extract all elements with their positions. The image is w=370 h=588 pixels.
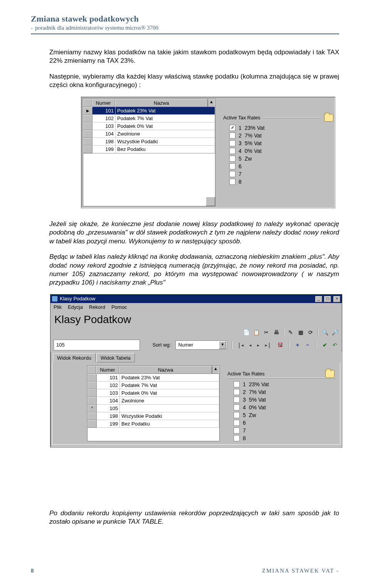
close-icon[interactable]: × (333, 296, 340, 302)
table-row[interactable]: 102Podatek 7% Vat (87, 382, 219, 389)
checkbox[interactable] (234, 404, 240, 410)
table-row[interactable]: 199Bez Podatku (83, 146, 215, 153)
commit-icon[interactable]: ✔ (321, 341, 329, 349)
rollback-icon[interactable]: ↶ (331, 341, 339, 349)
tax-rate-row[interactable]: 40% Vat (223, 146, 333, 154)
tax-rate-row[interactable]: 5Zw (223, 154, 333, 162)
tax-rate-row[interactable]: 7 (227, 426, 337, 434)
menu-plik[interactable]: Plik (54, 304, 62, 310)
checkbox[interactable] (229, 125, 235, 131)
edit-icon[interactable]: ✎ (287, 328, 294, 336)
checkbox[interactable] (234, 397, 240, 403)
rate-number: 1 (239, 125, 242, 131)
tax-rate-row[interactable]: 8 (227, 434, 337, 441)
find-next-icon[interactable]: 🔎 (331, 328, 339, 336)
tax-rate-row[interactable]: 35% Vat (227, 395, 337, 403)
folder-icon[interactable] (324, 114, 333, 122)
checkbox[interactable] (229, 148, 235, 154)
nav-prev-icon[interactable]: ◂ (248, 342, 252, 348)
checkbox[interactable] (234, 412, 240, 418)
checkbox[interactable] (234, 435, 240, 441)
sort-label: Sort wg: (153, 342, 171, 348)
tax-rate-row[interactable]: 6 (223, 162, 333, 169)
nav-next-icon[interactable]: ▸ (256, 342, 261, 348)
row-marker-icon (87, 420, 97, 428)
print-icon[interactable]: 🖶 (272, 328, 280, 336)
tab-widok-rekordu[interactable]: Widok Rekordu (53, 353, 96, 362)
table-row[interactable]: *105 (87, 405, 219, 412)
cell-nazwa: Bez Podatku (116, 146, 215, 153)
header-rule (31, 34, 339, 34)
scroll-thumb[interactable] (206, 197, 215, 206)
col-numer[interactable]: Numer (92, 99, 115, 107)
table-row[interactable]: 199Bez Podatku (87, 420, 219, 428)
refresh-icon[interactable]: ⟳ (307, 328, 314, 336)
cut-icon[interactable]: ✂ (262, 328, 270, 336)
table-row[interactable]: 198Wszystkie Podatki (87, 412, 219, 420)
minimize-icon[interactable]: _ (315, 296, 322, 302)
folder-icon[interactable] (325, 370, 335, 378)
menu-pomoc[interactable]: Pomoc (111, 304, 127, 310)
add-record-icon[interactable]: ＋ (294, 341, 301, 349)
maximize-icon[interactable]: □ (324, 296, 331, 302)
checkbox[interactable] (229, 140, 235, 146)
record-number-input[interactable] (54, 340, 140, 350)
tax-rate-row[interactable]: 123% Vat (223, 123, 333, 131)
tax-rate-row[interactable]: 40% Vat (227, 403, 337, 410)
paste-icon[interactable]: 📋 (252, 328, 260, 336)
save-icon[interactable]: 🖫 (276, 341, 284, 349)
rate-number: 4 (243, 404, 246, 410)
grid-icon[interactable]: ▦ (297, 328, 304, 336)
tax-rate-row[interactable]: 5Zw (227, 410, 337, 418)
window-titlebar[interactable]: Klasy Podatkow _ □ × (50, 295, 342, 303)
tax-class-grid[interactable]: Numer Nazwa ▲ ▶101Podatek 23% Vat102Poda… (83, 99, 215, 206)
tax-rate-row[interactable]: 27% Vat (227, 387, 337, 395)
table-row[interactable]: 103Podatek 0% Vat (83, 122, 215, 130)
cell-numer: 102 (92, 115, 116, 122)
tax-rate-row[interactable]: 6 (227, 418, 337, 426)
sort-combo[interactable]: Numer ▼ (175, 340, 227, 350)
chevron-down-icon[interactable]: ▼ (219, 341, 226, 349)
tab-widok-tabela[interactable]: Widok Tabela (96, 353, 135, 362)
table-row[interactable]: ▶101Podatek 23% Vat (83, 107, 215, 115)
tax-rate-row[interactable]: 123% Vat (227, 380, 337, 387)
copy-icon[interactable]: 📄 (242, 328, 250, 336)
page-footer: 8 ZMIANA STAWEK VAT - (31, 568, 339, 574)
scroll-up-icon[interactable]: ▲ (212, 366, 219, 374)
row-marker-icon (83, 138, 92, 146)
checkbox[interactable] (229, 132, 235, 139)
table-row[interactable]: 102Podatek 7% Vat (83, 115, 215, 122)
tax-rate-row[interactable]: 35% Vat (223, 139, 333, 146)
col-nazwa[interactable]: Nazwa (119, 366, 212, 374)
checkbox[interactable] (229, 156, 235, 162)
checkbox[interactable] (229, 179, 235, 185)
screenshot-app-window: Klasy Podatkow _ □ × Plik Edycja Rekord … (50, 294, 342, 447)
table-row[interactable]: 104Zwolnione (87, 397, 219, 405)
checkbox[interactable] (229, 163, 235, 169)
cell-nazwa: Podatek 0% Vat (120, 389, 219, 397)
delete-record-icon[interactable]: － (304, 341, 311, 349)
tax-rate-row[interactable]: 8 (223, 177, 333, 185)
table-row[interactable]: 104Zwolnione (83, 130, 215, 138)
checkbox[interactable] (234, 389, 240, 395)
tax-class-grid-2[interactable]: Numer Nazwa ▲ 101Podatek 23% Vat102Podat… (87, 365, 220, 441)
paragraph-2: Następnie, wybieramy dla każdej klasy wł… (49, 72, 339, 90)
checkbox[interactable] (229, 171, 235, 177)
tax-rate-row[interactable]: 7 (223, 169, 333, 177)
col-nazwa[interactable]: Nazwa (115, 99, 208, 107)
checkbox[interactable] (234, 427, 240, 434)
col-numer[interactable]: Numer (96, 366, 119, 374)
checkbox[interactable] (234, 381, 240, 387)
nav-first-icon[interactable]: |◂ (237, 342, 245, 348)
checkbox[interactable] (234, 420, 240, 426)
table-row[interactable]: 103Podatek 0% Vat (87, 389, 219, 397)
nav-last-icon[interactable]: ▸| (264, 342, 272, 348)
rate-number: 5 (243, 412, 246, 418)
table-row[interactable]: 101Podatek 23% Vat (87, 374, 219, 382)
tax-rate-row[interactable]: 27% Vat (223, 131, 333, 139)
menu-edycja[interactable]: Edycja (68, 304, 83, 310)
menu-rekord[interactable]: Rekord (89, 304, 105, 310)
scroll-up-icon[interactable]: ▲ (208, 99, 215, 107)
find-icon[interactable]: 🔍 (321, 328, 329, 336)
table-row[interactable]: 198Wszystkie Podatki (83, 138, 215, 146)
